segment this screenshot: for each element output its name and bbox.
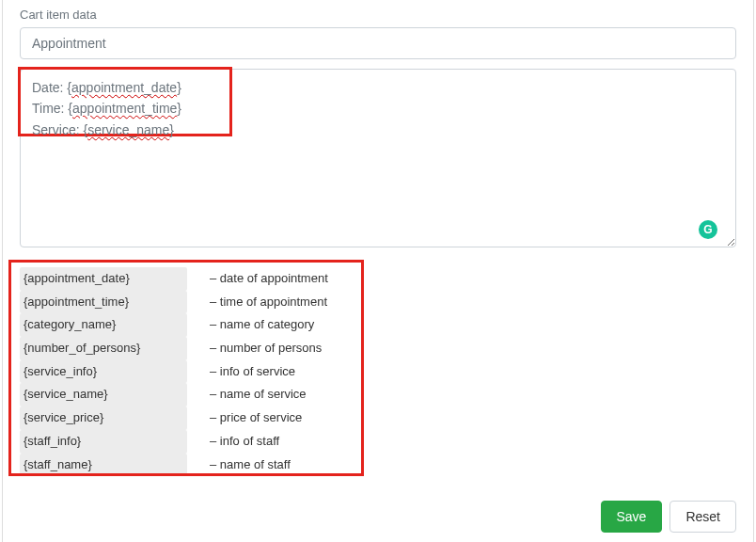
variable-row: {service_name}– name of service	[20, 383, 736, 406]
variable-desc: – date of appointment	[187, 267, 328, 291]
variable-row: {appointment_time}– time of appointment	[20, 291, 736, 314]
actions-row: Save Reset	[20, 501, 736, 533]
variable-desc: – info of staff	[187, 430, 279, 454]
section-label: Cart item data	[20, 8, 736, 22]
variable-token[interactable]: {service_price}	[20, 406, 187, 430]
template-textarea-wrap: G Date: {appointment_date} Time: {appoin…	[20, 69, 736, 250]
variable-token[interactable]: {staff_name}	[20, 454, 187, 477]
variable-desc: – info of service	[187, 360, 295, 384]
variable-token[interactable]: {number_of_persons}	[20, 337, 187, 360]
variable-desc: – name of staff	[187, 454, 291, 477]
variable-row: {service_info}– info of service	[20, 360, 736, 384]
variable-desc: – time of appointment	[187, 291, 327, 314]
variable-row: {staff_name}– name of staff	[20, 454, 736, 477]
reset-button[interactable]: Reset	[669, 501, 736, 533]
variable-row: {appointment_date}– date of appointment	[20, 267, 736, 291]
variable-token[interactable]: {appointment_date}	[20, 267, 187, 291]
variable-row: {number_of_persons}– number of persons	[20, 337, 736, 360]
cart-item-data-panel: Cart item data G Date: {appointment_date…	[2, 0, 754, 542]
cart-item-template-textarea[interactable]	[20, 69, 736, 247]
variable-row: {staff_info}– info of staff	[20, 430, 736, 454]
variable-desc: – name of category	[187, 313, 314, 337]
grammarly-icon: G	[699, 220, 717, 239]
cart-item-title-input[interactable]	[20, 27, 736, 59]
variable-token[interactable]: {appointment_time}	[20, 291, 187, 314]
variable-row: {service_price}– price of service	[20, 406, 736, 430]
variable-row: {category_name}– name of category	[20, 313, 736, 337]
save-button[interactable]: Save	[601, 501, 663, 533]
variable-token[interactable]: {service_name}	[20, 383, 187, 406]
variable-token[interactable]: {category_name}	[20, 313, 187, 337]
variable-token[interactable]: {service_info}	[20, 360, 187, 384]
variable-desc: – price of service	[187, 406, 302, 430]
variable-token[interactable]: {staff_info}	[20, 430, 187, 454]
variable-desc: – number of persons	[187, 337, 322, 360]
variable-desc: – name of service	[187, 383, 307, 406]
variables-table: {appointment_date}– date of appointment{…	[20, 262, 736, 482]
